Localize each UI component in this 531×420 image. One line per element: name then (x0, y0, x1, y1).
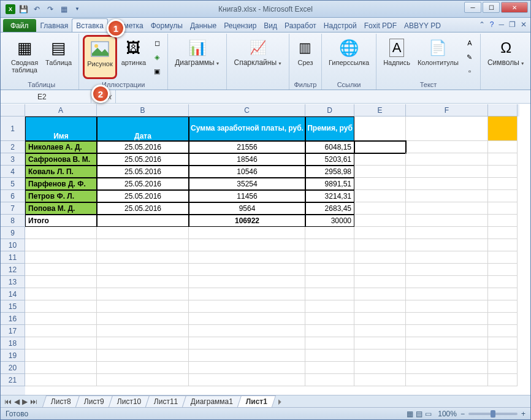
cell[interactable] (305, 337, 354, 349)
cell[interactable] (25, 264, 97, 276)
row-header[interactable]: 17 (1, 325, 25, 337)
cell[interactable] (406, 239, 488, 251)
picture-button[interactable]: Рисунок (83, 35, 117, 79)
tab-formulas[interactable]: Формулы (147, 19, 186, 32)
cell[interactable]: 25.05.2016 (97, 178, 189, 190)
cell[interactable]: 5203,61 (305, 153, 354, 166)
charts-button[interactable]: 📊 Диаграммы▼ (172, 35, 223, 79)
cell[interactable] (406, 288, 488, 300)
row-header[interactable]: 7 (1, 202, 25, 215)
cell[interactable] (354, 276, 406, 288)
qat-redo[interactable]: ↷ (45, 4, 56, 15)
help-icon[interactable]: ? (490, 20, 494, 29)
qat-dropdown[interactable]: ▼ (72, 4, 83, 15)
cell[interactable] (189, 300, 305, 313)
sigline-button[interactable]: ✎ (463, 50, 476, 64)
sheet-nav-prev[interactable]: ◀ (14, 397, 20, 406)
cell[interactable]: 10546 (189, 166, 305, 178)
cell[interactable] (488, 190, 518, 202)
wordart-button[interactable]: A (463, 36, 476, 50)
cell[interactable] (97, 227, 189, 239)
cell[interactable] (25, 239, 97, 251)
textbox-button[interactable]: A Надпись (380, 35, 413, 79)
cell[interactable] (488, 166, 518, 178)
cell[interactable] (189, 276, 305, 288)
maximize-button[interactable]: ☐ (483, 2, 500, 13)
minimize-button[interactable]: ─ (464, 2, 481, 13)
cell[interactable] (354, 264, 406, 276)
cell[interactable] (189, 227, 305, 239)
cell[interactable]: 25.05.2016 (97, 141, 189, 153)
cell[interactable] (97, 337, 189, 349)
cell[interactable] (354, 178, 406, 190)
cell[interactable] (25, 325, 97, 337)
cell[interactable] (354, 374, 406, 386)
cell[interactable]: 25.05.2016 (97, 202, 189, 215)
cell[interactable]: 35254 (189, 178, 305, 190)
cell[interactable] (406, 141, 488, 153)
cell[interactable]: 25.05.2016 (97, 166, 189, 178)
col-header[interactable]: F (406, 104, 488, 116)
cell[interactable] (97, 300, 189, 313)
cell[interactable] (488, 264, 518, 276)
cell[interactable] (25, 300, 97, 313)
cell[interactable] (406, 215, 488, 227)
sheet-tab[interactable]: Диаграмма1 (182, 395, 242, 407)
cell[interactable] (25, 374, 97, 386)
sparklines-button[interactable]: 📈 Спарклайны▼ (231, 35, 285, 79)
sheet-scroll-icon[interactable]: ⏵ (277, 397, 284, 406)
cell[interactable] (354, 227, 406, 239)
cell[interactable] (488, 300, 518, 313)
cell[interactable] (25, 251, 97, 264)
select-all-corner[interactable] (1, 104, 25, 116)
sheet-tab[interactable]: Лист9 (75, 395, 113, 407)
cell[interactable]: Парфенов Д. Ф. (25, 178, 97, 190)
cell[interactable] (406, 349, 488, 362)
qat-undo[interactable]: ↶ (31, 4, 42, 15)
cell[interactable] (488, 141, 518, 153)
cell[interactable]: 106922 (189, 215, 305, 227)
cell[interactable] (97, 239, 189, 251)
cell[interactable] (97, 264, 189, 276)
cell[interactable] (305, 276, 354, 288)
cell[interactable]: 9564 (189, 202, 305, 215)
qat-save[interactable]: 💾 (18, 4, 29, 15)
row-header[interactable]: 2 (1, 141, 25, 153)
sheet-tab[interactable]: Лист1 (237, 395, 276, 407)
zoom-percent[interactable]: 100% (438, 410, 457, 418)
cell[interactable] (25, 337, 97, 349)
inner-close-icon[interactable]: ✕ (521, 20, 527, 29)
cell[interactable]: 2683,45 (305, 202, 354, 215)
clipart-button[interactable]: 🖼 артинка (118, 35, 149, 79)
zoom-slider[interactable] (468, 413, 518, 415)
cell[interactable] (406, 166, 488, 178)
cell[interactable] (189, 288, 305, 300)
sheet-nav-last[interactable]: ⏭ (30, 397, 37, 406)
tab-data[interactable]: Данные (186, 19, 220, 32)
row-header[interactable]: 10 (1, 239, 25, 251)
cell[interactable] (354, 202, 406, 215)
cell[interactable] (189, 337, 305, 349)
cell[interactable] (305, 313, 354, 325)
cell[interactable] (354, 239, 406, 251)
cell[interactable]: 6048,15 (305, 141, 354, 153)
tab-addins[interactable]: Надстрой (320, 19, 361, 32)
tab-file[interactable]: Файл (3, 19, 36, 32)
cell[interactable]: 21556 (189, 141, 305, 153)
cell[interactable] (406, 190, 488, 202)
row-header[interactable]: 8 (1, 215, 25, 227)
cell[interactable] (354, 153, 406, 166)
cell[interactable] (189, 264, 305, 276)
col-header[interactable]: B (97, 104, 189, 116)
view-normal-icon[interactable]: ▦ (407, 410, 413, 418)
cell[interactable] (354, 300, 406, 313)
cell[interactable]: 18546 (189, 153, 305, 166)
cell[interactable] (189, 313, 305, 325)
shapes-button[interactable]: ◻ (150, 36, 164, 50)
tab-developer[interactable]: Разработ (281, 19, 320, 32)
inner-restore-icon[interactable]: ❐ (509, 20, 516, 29)
sheet-tab[interactable]: Лист11 (145, 395, 187, 407)
cell[interactable] (488, 313, 518, 325)
cell[interactable] (354, 362, 406, 374)
cell[interactable] (488, 325, 518, 337)
